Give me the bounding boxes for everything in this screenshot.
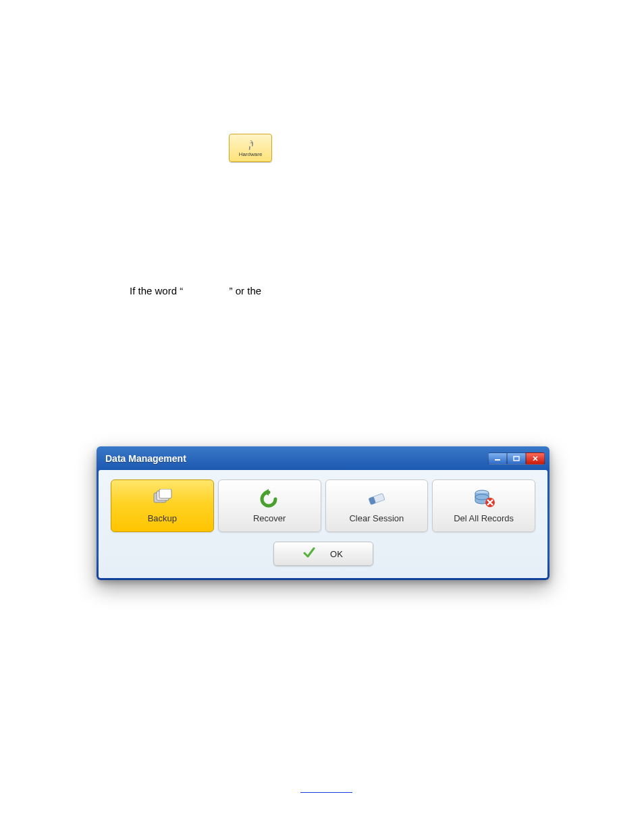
ok-label: OK [330,549,343,559]
del-all-label: Del All Records [454,513,514,523]
recover-button[interactable]: Recover [218,479,321,532]
eraser-icon [365,489,388,509]
data-management-window: Data Management [97,446,549,580]
delete-db-icon [473,489,495,509]
recover-icon [258,489,281,509]
minimize-button[interactable] [488,452,507,465]
ok-button[interactable]: OK [273,542,373,566]
svg-rect-0 [495,459,500,461]
sentence-suffix: ” or the [230,285,262,296]
svg-rect-1 [514,457,519,461]
close-button[interactable] [526,452,545,465]
link-underline[interactable] [300,792,352,793]
sentence-text: If the word “ ” or the [130,285,261,296]
clear-session-label: Clear Session [349,513,404,523]
check-icon [303,546,315,561]
backup-icon [151,489,173,509]
recover-label: Recover [253,513,286,523]
window-title: Data Management [105,453,186,464]
sentence-prefix: If the word “ [130,285,183,296]
hardware-button[interactable]: Hardware [229,134,272,162]
dialog-body: Backup Recover [99,470,547,578]
del-all-records-button[interactable]: Del All Records [432,479,535,532]
window-controls [488,452,545,465]
ok-row: OK [111,542,535,566]
titlebar: Data Management [99,448,547,470]
toolbar: Backup Recover [111,479,535,532]
backup-button[interactable]: Backup [111,479,214,532]
backup-label: Backup [148,513,177,523]
clear-session-button[interactable]: Clear Session [325,479,429,532]
maximize-button[interactable] [507,452,526,465]
svg-rect-6 [159,489,171,498]
wrench-icon [243,137,258,153]
